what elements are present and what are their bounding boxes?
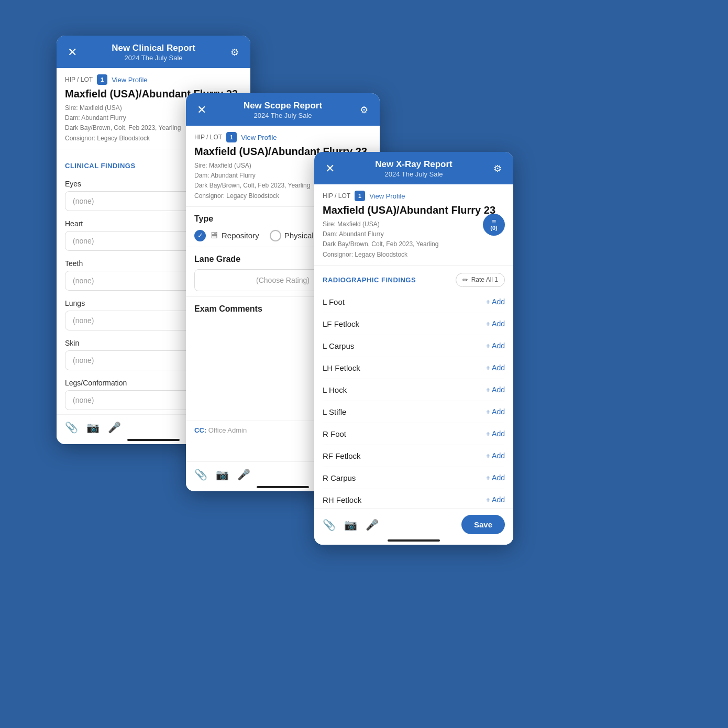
- xray-home-bar: [388, 539, 440, 542]
- xray-add-link[interactable]: + Add: [486, 341, 505, 350]
- xray-finding-row: R Carpus + Add: [323, 467, 505, 489]
- xray-horse-name: Maxfield (USA)/Abundant Flurry 23: [323, 204, 505, 216]
- xray-horse-details: Sire: Maxfield (USA) Dam: Abundant Flurr…: [323, 219, 505, 260]
- scope-hip-lot-label: HIP / LOT: [194, 134, 222, 141]
- xray-consignor: Consignor: Legacy Bloodstock: [323, 250, 505, 260]
- xray-list-icon: ≡ (0): [483, 214, 505, 236]
- clinical-view-profile-link[interactable]: View Profile: [112, 76, 147, 84]
- clinical-gear-icon[interactable]: ⚙: [227, 47, 242, 58]
- scope-title: New Scope Report: [209, 101, 357, 111]
- xray-sire: Sire: Maxfield (USA): [323, 219, 505, 229]
- xray-finding-row: RF Fetlock + Add: [323, 445, 505, 467]
- xray-gear-icon[interactable]: ⚙: [490, 163, 505, 174]
- xray-add-link[interactable]: + Add: [486, 385, 505, 394]
- scope-lot-badge: 1: [226, 132, 237, 142]
- scope-header: ✕ New Scope Report 2024 The July Sale ⚙: [186, 93, 380, 126]
- scope-repository-radio[interactable]: [194, 230, 206, 241]
- scope-hip-lot-row: HIP / LOT 1 View Profile: [194, 132, 371, 142]
- scope-mic-icon[interactable]: 🎤: [237, 468, 250, 481]
- xray-section-title: RADIOGRAPHIC FINDINGS: [323, 276, 416, 284]
- scope-monitor-icon: 🖥: [209, 230, 218, 241]
- scope-attachment-icon[interactable]: 📎: [194, 468, 207, 481]
- xray-finding-row: LH Fetlock + Add: [323, 357, 505, 379]
- scope-type-repository[interactable]: 🖥 Repository: [194, 230, 259, 241]
- xray-save-button[interactable]: Save: [461, 515, 505, 534]
- clinical-section-title: CLINICAL FINDINGS: [65, 162, 136, 170]
- xray-camera-icon[interactable]: 📷: [344, 519, 357, 531]
- xray-finding-row: LF Fetlock + Add: [323, 313, 505, 335]
- xray-rate-all-label: Rate All 1: [471, 276, 498, 283]
- clinical-attachment-icon[interactable]: 📎: [65, 421, 78, 434]
- scope-close-icon[interactable]: ✕: [194, 103, 209, 117]
- scope-home-bar: [257, 486, 309, 488]
- clinical-subtitle: 2024 The July Sale: [80, 54, 227, 62]
- clinical-hip-lot-row: HIP / LOT 1 View Profile: [65, 74, 242, 85]
- xray-hip-lot-label: HIP / LOT: [323, 192, 350, 200]
- xray-finding-name: R Foot: [323, 429, 346, 438]
- xray-finding-row: L Stifle + Add: [323, 401, 505, 423]
- xray-finding-name: RF Fetlock: [323, 451, 361, 460]
- xray-header-title: New X-Ray Report 2024 The July Sale: [337, 159, 490, 178]
- scope-header-title: New Scope Report 2024 The July Sale: [209, 101, 357, 119]
- xray-finding-row: L Carpus + Add: [323, 335, 505, 357]
- clinical-heart-value: (none): [73, 237, 94, 245]
- xray-finding-name: R Carpus: [323, 473, 356, 482]
- clinical-close-icon[interactable]: ✕: [65, 46, 80, 59]
- xray-dam: Dam: Abundant Flurry: [323, 229, 505, 239]
- xray-finding-name: L Foot: [323, 297, 345, 306]
- xray-add-link[interactable]: + Add: [486, 363, 505, 372]
- xray-add-link[interactable]: + Add: [486, 407, 505, 416]
- scope-cc-label: CC:: [194, 426, 206, 434]
- scope-type-physical[interactable]: Physical: [270, 230, 314, 241]
- xray-attachment-icon[interactable]: 📎: [323, 519, 336, 531]
- scope-gear-icon[interactable]: ⚙: [357, 104, 371, 116]
- scope-cc-value: Office Admin: [208, 426, 247, 434]
- xray-list-button[interactable]: ≡ (0): [483, 214, 505, 236]
- xray-finding-name: L Stifle: [323, 407, 346, 416]
- xray-mic-icon[interactable]: 🎤: [366, 519, 379, 531]
- xray-list-count: (0): [490, 225, 497, 231]
- xray-finding-name: RH Fetlock: [323, 495, 361, 504]
- scope-view-profile-link[interactable]: View Profile: [241, 134, 277, 141]
- xray-color-dob: Dark Bay/Brown, Colt, Feb 2023, Yearling: [323, 239, 505, 249]
- xray-findings-list: L Foot + Add LF Fetlock + Add L Carpus +…: [314, 291, 513, 545]
- xray-section-header: RADIOGRAPHIC FINDINGS ✏ Rate All 1: [314, 266, 513, 291]
- xray-add-link[interactable]: + Add: [486, 451, 505, 460]
- xray-add-link[interactable]: + Add: [486, 319, 505, 328]
- xray-hip-lot-row: HIP / LOT 1 View Profile: [323, 191, 505, 201]
- xray-lot-badge: 1: [355, 191, 365, 201]
- clinical-mic-icon[interactable]: 🎤: [108, 421, 121, 434]
- xray-finding-row: R Foot + Add: [323, 423, 505, 445]
- clinical-legs-value: (none): [73, 396, 94, 404]
- xray-finding-row: L Foot + Add: [323, 291, 505, 313]
- xray-title: New X-Ray Report: [337, 159, 490, 170]
- clinical-title: New Clinical Report: [80, 43, 227, 53]
- xray-header: ✕ New X-Ray Report 2024 The July Sale ⚙: [314, 152, 513, 184]
- xray-add-link[interactable]: + Add: [486, 429, 505, 438]
- scope-camera-icon[interactable]: 📷: [216, 468, 229, 481]
- xray-list-lines: ≡: [492, 218, 496, 225]
- clinical-header-title: New Clinical Report 2024 The July Sale: [80, 43, 227, 62]
- xray-close-icon[interactable]: ✕: [323, 162, 337, 175]
- clinical-header: ✕ New Clinical Report 2024 The July Sale…: [57, 36, 250, 68]
- scope-subtitle: 2024 The July Sale: [209, 112, 357, 119]
- xray-finding-name: L Carpus: [323, 341, 354, 350]
- clinical-lungs-value: (none): [73, 316, 94, 325]
- clinical-home-bar: [127, 439, 180, 441]
- clinical-eyes-value: (none): [73, 197, 94, 205]
- xray-rate-all-button[interactable]: ✏ Rate All 1: [456, 273, 505, 287]
- xray-finding-row: L Hock + Add: [323, 379, 505, 401]
- xray-add-link[interactable]: + Add: [486, 473, 505, 482]
- scope-physical-radio[interactable]: [270, 230, 281, 241]
- xray-rate-all-edit-icon: ✏: [462, 276, 468, 284]
- clinical-hip-lot-label: HIP / LOT: [65, 76, 93, 83]
- xray-view-profile-link[interactable]: View Profile: [369, 192, 405, 200]
- xray-finding-name: L Hock: [323, 385, 347, 394]
- clinical-camera-icon[interactable]: 📷: [86, 421, 100, 434]
- xray-bottom-toolbar: 📎 📷 🎤 Save: [314, 508, 513, 545]
- scope-physical-label: Physical: [284, 231, 314, 240]
- clinical-lot-badge: 1: [97, 74, 107, 85]
- xray-add-link[interactable]: + Add: [486, 495, 505, 504]
- xray-add-link[interactable]: + Add: [486, 297, 505, 306]
- scope-repository-label: Repository: [222, 231, 259, 240]
